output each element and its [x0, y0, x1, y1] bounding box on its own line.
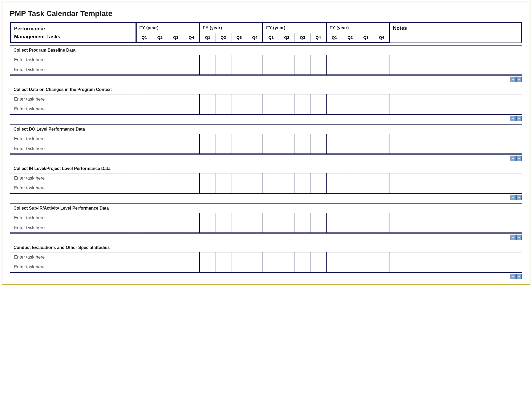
- quarter-cell[interactable]: [152, 252, 168, 262]
- quarter-cell[interactable]: [295, 252, 311, 262]
- quarter-cell[interactable]: [374, 223, 390, 233]
- quarter-cell[interactable]: [231, 252, 247, 262]
- quarter-cell[interactable]: [136, 94, 152, 104]
- quarter-cell[interactable]: [168, 183, 184, 194]
- quarter-cell[interactable]: [200, 104, 216, 115]
- quarter-cell[interactable]: [342, 213, 358, 223]
- quarter-cell[interactable]: [136, 55, 152, 65]
- quarter-cell[interactable]: [295, 183, 311, 194]
- quarter-cell[interactable]: [184, 134, 200, 144]
- quarter-cell[interactable]: [231, 173, 247, 183]
- quarter-cell[interactable]: [200, 134, 216, 144]
- quarter-cell[interactable]: [247, 262, 263, 273]
- task-cell[interactable]: Enter task here: [10, 173, 136, 183]
- add-row-button[interactable]: +: [510, 77, 516, 82]
- quarter-cell[interactable]: [247, 134, 263, 144]
- quarter-cell[interactable]: [200, 144, 216, 154]
- quarter-cell[interactable]: [136, 213, 152, 223]
- quarter-cell[interactable]: [326, 65, 342, 75]
- quarter-cell[interactable]: [263, 173, 279, 183]
- quarter-cell[interactable]: [263, 144, 279, 154]
- quarter-cell[interactable]: [247, 223, 263, 233]
- quarter-cell[interactable]: [358, 94, 374, 104]
- quarter-cell[interactable]: [295, 213, 311, 223]
- quarter-cell[interactable]: [200, 94, 216, 104]
- quarter-cell[interactable]: [279, 144, 295, 154]
- quarter-cell[interactable]: [136, 173, 152, 183]
- quarter-cell[interactable]: [168, 94, 184, 104]
- quarter-cell[interactable]: [263, 65, 279, 75]
- remove-row-button[interactable]: −: [516, 235, 522, 240]
- quarter-cell[interactable]: [326, 252, 342, 262]
- quarter-cell[interactable]: [184, 213, 200, 223]
- quarter-cell[interactable]: [295, 55, 311, 65]
- quarter-cell[interactable]: [136, 65, 152, 75]
- task-cell[interactable]: Enter task here: [10, 55, 136, 65]
- remove-row-button[interactable]: −: [516, 156, 522, 161]
- quarter-cell[interactable]: [295, 262, 311, 273]
- quarter-cell[interactable]: [200, 55, 216, 65]
- quarter-cell[interactable]: [216, 223, 231, 233]
- quarter-cell[interactable]: [136, 252, 152, 262]
- quarter-cell[interactable]: [216, 183, 231, 194]
- quarter-cell[interactable]: [295, 144, 311, 154]
- quarter-cell[interactable]: [216, 213, 231, 223]
- quarter-cell[interactable]: [310, 183, 326, 194]
- quarter-cell[interactable]: [231, 183, 247, 194]
- quarter-cell[interactable]: [184, 104, 200, 115]
- notes-cell[interactable]: [390, 223, 522, 233]
- quarter-cell[interactable]: [310, 144, 326, 154]
- quarter-cell[interactable]: [216, 65, 231, 75]
- notes-cell[interactable]: [390, 104, 522, 115]
- quarter-cell[interactable]: [279, 223, 295, 233]
- quarter-cell[interactable]: [152, 262, 168, 273]
- remove-row-button[interactable]: −: [516, 195, 522, 200]
- notes-cell[interactable]: [390, 134, 522, 144]
- quarter-cell[interactable]: [358, 213, 374, 223]
- quarter-cell[interactable]: [184, 55, 200, 65]
- quarter-cell[interactable]: [152, 65, 168, 75]
- quarter-cell[interactable]: [200, 262, 216, 273]
- quarter-cell[interactable]: [279, 213, 295, 223]
- quarter-cell[interactable]: [263, 55, 279, 65]
- quarter-cell[interactable]: [374, 252, 390, 262]
- quarter-cell[interactable]: [342, 262, 358, 273]
- quarter-cell[interactable]: [136, 144, 152, 154]
- quarter-cell[interactable]: [358, 223, 374, 233]
- quarter-cell[interactable]: [168, 65, 184, 75]
- quarter-cell[interactable]: [310, 55, 326, 65]
- quarter-cell[interactable]: [247, 252, 263, 262]
- quarter-cell[interactable]: [342, 134, 358, 144]
- quarter-cell[interactable]: [263, 262, 279, 273]
- add-row-button[interactable]: +: [510, 274, 516, 279]
- quarter-cell[interactable]: [168, 213, 184, 223]
- quarter-cell[interactable]: [216, 262, 231, 273]
- task-cell[interactable]: Enter task here: [10, 213, 136, 223]
- task-cell[interactable]: Enter task here: [10, 94, 136, 104]
- quarter-cell[interactable]: [247, 213, 263, 223]
- quarter-cell[interactable]: [310, 65, 326, 75]
- quarter-cell[interactable]: [279, 65, 295, 75]
- quarter-cell[interactable]: [263, 134, 279, 144]
- quarter-cell[interactable]: [374, 104, 390, 115]
- quarter-cell[interactable]: [247, 173, 263, 183]
- quarter-cell[interactable]: [168, 223, 184, 233]
- quarter-cell[interactable]: [168, 104, 184, 115]
- quarter-cell[interactable]: [231, 223, 247, 233]
- quarter-cell[interactable]: [200, 223, 216, 233]
- quarter-cell[interactable]: [184, 223, 200, 233]
- quarter-cell[interactable]: [326, 104, 342, 115]
- quarter-cell[interactable]: [326, 55, 342, 65]
- quarter-cell[interactable]: [136, 134, 152, 144]
- quarter-cell[interactable]: [231, 213, 247, 223]
- quarter-cell[interactable]: [136, 183, 152, 194]
- quarter-cell[interactable]: [279, 252, 295, 262]
- quarter-cell[interactable]: [152, 55, 168, 65]
- quarter-cell[interactable]: [216, 55, 231, 65]
- quarter-cell[interactable]: [326, 262, 342, 273]
- quarter-cell[interactable]: [168, 262, 184, 273]
- quarter-cell[interactable]: [136, 262, 152, 273]
- quarter-cell[interactable]: [358, 55, 374, 65]
- quarter-cell[interactable]: [263, 183, 279, 194]
- quarter-cell[interactable]: [279, 173, 295, 183]
